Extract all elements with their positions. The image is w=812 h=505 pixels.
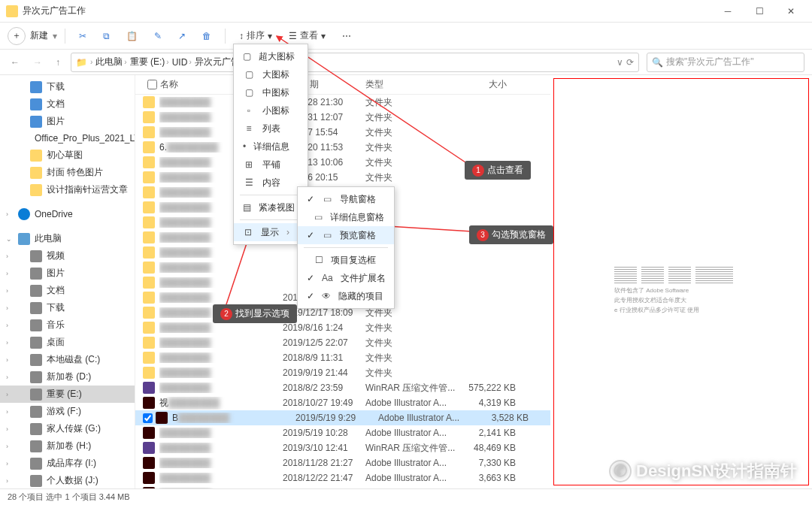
view-menu-item[interactable]: ⊞平铺	[234, 156, 308, 174]
menu-label: 内容	[262, 177, 280, 189]
file-row[interactable]: ████████ 2019/9/19 21:44 文件夹	[135, 365, 550, 380]
row-checkbox[interactable]	[143, 413, 153, 423]
sort-button[interactable]: ↕ 排序 ▾	[233, 26, 278, 45]
sidebar-item[interactable]: ›下载	[0, 299, 135, 316]
sidebar-item[interactable]: ›新加卷 (D:)	[0, 368, 135, 386]
new-button[interactable]: ＋	[8, 27, 26, 45]
folder-icon	[143, 322, 155, 334]
sidebar-item[interactable]: ›本地磁盘 (C:)	[0, 351, 135, 368]
navigation-pane[interactable]: 下载文档图片Office_Pro_Plus_2021_LTSC Project初…	[0, 75, 135, 488]
sidebar-item[interactable]: ›文档	[0, 282, 135, 299]
folder-icon	[30, 184, 42, 196]
sidebar-item[interactable]: ›家人传媒 (G:)	[0, 420, 135, 437]
up-button[interactable]: ↑	[53, 57, 63, 68]
file-size: 575,222 KB	[456, 383, 516, 393]
file-row[interactable]: ████████ 019/7/7 15:54 文件夹	[135, 125, 550, 140]
close-button[interactable]: ✕	[776, 1, 806, 22]
paste-button[interactable]: 📋	[120, 28, 144, 44]
back-button[interactable]: ←	[8, 57, 23, 68]
sidebar-item-label: 图片	[47, 267, 65, 280]
delete-button[interactable]: 🗑	[196, 28, 217, 44]
file-row[interactable]: ████████ 2019/3/10 12:41 WinRAR 压缩文件管...…	[135, 440, 550, 455]
sidebar-item[interactable]: 设计指南针运营文章	[0, 181, 135, 198]
show-submenu[interactable]: ✓▭导航窗格▭详细信息窗格✓▭预览窗格☐项目复选框✓Aa文件扩展名✓👁隐藏的项目	[297, 186, 395, 309]
view-menu-item[interactable]: ▢超大图标	[234, 47, 308, 65]
show-submenu-item[interactable]: ✓▭导航窗格	[298, 190, 394, 208]
rename-button[interactable]: ✎	[148, 28, 168, 44]
refresh-button[interactable]: ⟳	[626, 57, 634, 68]
dropdown-icon[interactable]: ∨	[617, 57, 623, 68]
file-row[interactable]: ████████ 2019/12/5 22:07 文件夹	[135, 335, 550, 350]
view-button[interactable]: ☰ 查看 ▾	[283, 26, 332, 45]
file-row[interactable]: ████████ 021/5/31 12:07 文件夹	[135, 110, 550, 125]
view-menu-item[interactable]: •详细信息	[234, 138, 308, 156]
sidebar-item[interactable]: ›重要 (E:)	[0, 386, 135, 403]
minimize-button[interactable]: ─	[713, 1, 743, 22]
file-row[interactable]: ████████ 2018/11/28 21:27 Adobe Illustra…	[135, 455, 550, 470]
preview-content: 软件包含了 Adobe Software此专用授权文档适合年度大e 行业授权产品…	[614, 267, 786, 315]
disk-icon	[30, 250, 42, 262]
sidebar-item[interactable]: 初心草图	[0, 147, 135, 164]
crumb-1[interactable]: 重要 (E:)›	[130, 56, 169, 68]
ai-icon	[143, 397, 155, 409]
file-row[interactable]: ████████ 2019/8/16 0:39 Adobe Illustrato…	[135, 485, 550, 488]
select-all-checkbox[interactable]	[147, 80, 157, 89]
sidebar-item[interactable]: 封面 特色图片	[0, 164, 135, 181]
folder-icon	[143, 246, 155, 259]
share-button[interactable]: ↗	[172, 28, 192, 44]
file-date: 2018/12/22 21:47	[283, 473, 365, 483]
sidebar-item[interactable]: ›游戏 (F:)	[0, 403, 135, 420]
view-menu-item[interactable]: ▢大图标	[234, 65, 308, 83]
sidebar-item[interactable]: ›个人数据 (J:)	[0, 472, 135, 488]
show-submenu-item[interactable]: ▭详细信息窗格	[298, 208, 394, 226]
submenu-icon: 👁	[322, 290, 331, 302]
menu-label: 隐藏的项目	[338, 290, 383, 303]
show-submenu-item[interactable]: ☐项目复选框	[298, 251, 394, 269]
address-bar[interactable]: 📁 › 此电脑› 重要 (E:)› UID› 异次元广告工作› ∨ ⟳	[71, 53, 639, 72]
file-row[interactable]: 6.████████ 019/7/20 11:53 文件夹	[135, 140, 550, 155]
file-row[interactable]: B████████ 2019/5/19 9:29 Adobe Illustrat…	[135, 410, 550, 425]
crumb-0[interactable]: 此电脑›	[95, 56, 126, 68]
sidebar-item[interactable]: ›图片	[0, 265, 135, 282]
file-size: 1,136,845 KB	[456, 488, 516, 488]
file-row[interactable]: ████████ 2018/12/22 21:47 Adobe Illustra…	[135, 470, 550, 485]
sidebar-item-label: 新加卷 (D:)	[47, 370, 91, 383]
maximize-button[interactable]: ☐	[744, 1, 774, 22]
file-row[interactable]: ████████ 2018/8/2 23:59 WinRAR 压缩文件管... …	[135, 380, 550, 395]
sidebar-item[interactable]: ›成品库存 (I:)	[0, 455, 135, 472]
sidebar-item[interactable]: ›视频	[0, 247, 135, 265]
column-headers[interactable]: 名称 修改日期 类型 大小	[135, 75, 550, 95]
file-date: 2019/5/19 10:28	[283, 428, 365, 438]
view-icon: ⊞	[243, 159, 255, 171]
file-row[interactable]: ████████ 2019/8/16 1:24 文件夹	[135, 320, 550, 335]
more-button[interactable]: ⋯	[336, 28, 357, 44]
file-row[interactable]: ████████ 019/7/28 21:30 文件夹	[135, 95, 550, 110]
show-submenu-item[interactable]: ✓👁隐藏的项目	[298, 287, 394, 305]
view-menu-item[interactable]: ▢中图标	[234, 83, 308, 101]
cut-button[interactable]: ✂	[73, 28, 92, 44]
sidebar-item[interactable]: ›桌面	[0, 334, 135, 351]
file-row[interactable]: ████████ 2018/8/9 11:31 文件夹	[135, 350, 550, 365]
forward-button[interactable]: →	[30, 57, 45, 68]
sidebar-item[interactable]: Office_Pro_Plus_2021_LTSC Project	[0, 130, 135, 147]
view-menu-item[interactable]: ▫小图标	[234, 101, 308, 119]
file-row[interactable]: 视████████ 2018/10/27 19:49 Adobe Illustr…	[135, 395, 550, 410]
sidebar-item[interactable]: ⌄此电脑	[0, 230, 135, 247]
crumb-2[interactable]: UID›	[172, 57, 192, 68]
menu-label: 超大图标	[259, 50, 295, 63]
folder-icon	[6, 5, 18, 17]
disk-icon	[30, 475, 42, 487]
copy-button[interactable]: ⧉	[97, 28, 116, 44]
show-submenu-item[interactable]: ✓▭预览窗格	[298, 226, 394, 244]
file-row[interactable]: ████████ 2019/5/19 10:28 Adobe Illustrat…	[135, 425, 550, 440]
sidebar-item[interactable]: 文档	[0, 95, 135, 113]
sidebar-item[interactable]: ›OneDrive	[0, 206, 135, 222]
file-name: ████████	[159, 488, 283, 488]
sidebar-item[interactable]: ›音乐	[0, 316, 135, 334]
sidebar-item[interactable]: ›新加卷 (H:)	[0, 437, 135, 455]
show-submenu-item[interactable]: ✓Aa文件扩展名	[298, 269, 394, 287]
sidebar-item[interactable]: 下载	[0, 78, 135, 95]
sidebar-item[interactable]: 图片	[0, 113, 135, 130]
search-input[interactable]: 🔍 搜索"异次元广告工作"	[647, 53, 804, 72]
view-menu-item[interactable]: ≡列表	[234, 119, 308, 138]
